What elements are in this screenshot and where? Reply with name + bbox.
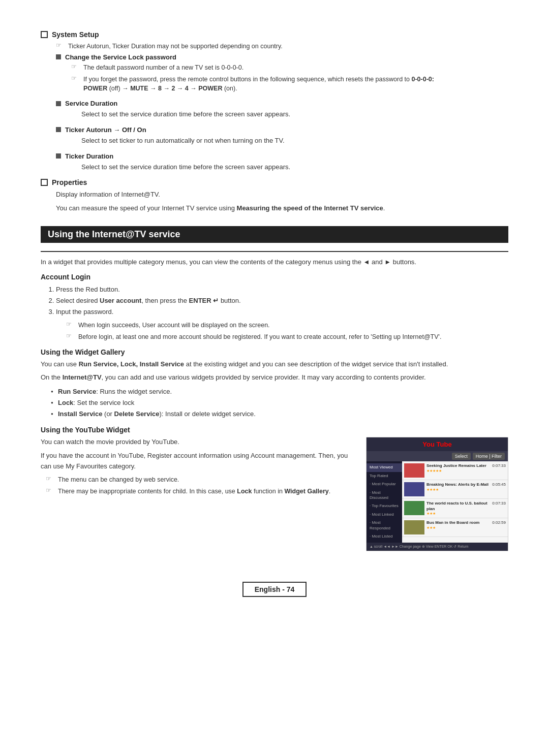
youtube-note2: ☞ There may be inappropriate contents fo… xyxy=(41,487,356,496)
service-duration-heading-row: Service Duration xyxy=(56,100,508,107)
yt-video-title-2: Breaking News: Alerts by E-Mail xyxy=(426,482,490,487)
yt-controls: Select Home | Filter xyxy=(367,451,508,461)
widget-gallery-heading: Using the Widget Gallery xyxy=(41,348,508,356)
widget-gallery-section: Using the Widget Gallery You can use Run… xyxy=(41,348,508,420)
page-footer-wrap: English - 74 xyxy=(41,582,508,597)
checkbox-icon-2 xyxy=(41,179,48,186)
account-login-note2: ☞ Before login, at least one and more ac… xyxy=(41,332,508,342)
yt-video-title-4: Bus Man in the Board room xyxy=(426,520,490,525)
yt-home-btn[interactable]: Home | Filter xyxy=(473,453,505,460)
account-login-section: Account Login Press the Red button. Sele… xyxy=(41,273,508,342)
yt-sidebar-most-linked[interactable]: · Most Linked xyxy=(367,511,402,519)
note-icon-4: ☞ xyxy=(66,321,75,330)
youtube-widget-section: Using the YouTube Widget You can watch t… xyxy=(41,426,508,551)
section-divider xyxy=(41,251,508,252)
yt-video-2: Breaking News: Alerts by E-Mail ★★★★ 0:0… xyxy=(402,480,508,499)
ticker-duration-text: Select to set the service duration time … xyxy=(56,162,508,173)
youtube-widget-ui: You Tube Select Home | Filter Most Viewe… xyxy=(366,437,508,551)
system-setup-note1: ☞ Ticker Autorun, Ticker Duration may no… xyxy=(41,42,508,51)
yt-sidebar-most-viewed[interactable]: Most Viewed xyxy=(367,463,402,471)
note-icon-5: ☞ xyxy=(66,332,75,341)
yt-sidebar: Most Viewed Top Rated · Most Popular · M… xyxy=(367,461,402,543)
widget-gallery-text1: You can use Run Service, Lock, Install S… xyxy=(41,359,508,370)
yt-footer-text: ▲ scroll ◄◄ ►► Change page ⊕ View ENTER … xyxy=(370,545,468,549)
ticker-autorun-heading-row: Ticker Autorun → Off / On xyxy=(56,126,508,134)
youtube-section-layout: You can watch the movie provided by YouT… xyxy=(41,437,508,551)
ticker-autorun-heading: Ticker Autorun → Off / On xyxy=(65,126,146,134)
youtube-text-content: You can watch the movie provided by YouT… xyxy=(41,437,356,498)
yt-sidebar-top-favourites[interactable]: · Top Favourites xyxy=(367,502,402,510)
youtube-logo: You Tube xyxy=(422,440,451,448)
yt-thumb-1 xyxy=(404,463,424,478)
note-icon-3: ☞ xyxy=(71,75,80,84)
yt-video-4: Bus Man in the Board room ★★★ 0:02:59 xyxy=(402,518,508,537)
yt-sidebar-most-popular[interactable]: · Most Popular xyxy=(367,480,402,488)
change-password-note1: ☞ The default password number of a new T… xyxy=(56,63,508,73)
page-number-box: English - 74 xyxy=(242,582,307,597)
yt-video-info-3: The world reacts to U.S. bailout plan ★★… xyxy=(426,501,490,516)
bullet-square-2 xyxy=(56,101,61,106)
ticker-duration-heading-row: Ticker Duration xyxy=(56,152,508,160)
bullet-install-service: Install Service (or Delete Service): Ins… xyxy=(51,408,508,420)
change-password-heading: Change the Service Lock password xyxy=(65,53,176,61)
internet-tv-section-title: Using the Internet@TV service xyxy=(41,226,508,243)
yt-content: Seeking Justice Remains Later ★★★★★ 0:07… xyxy=(402,461,508,543)
properties-text1: Display information of Internet@TV. xyxy=(41,190,508,200)
properties-text2: You can measure the speed of your Intern… xyxy=(41,203,508,214)
youtube-widget-heading: Using the YouTube Widget xyxy=(41,426,508,434)
yt-select-btn[interactable]: Select xyxy=(452,453,471,460)
service-duration-heading: Service Duration xyxy=(65,100,117,107)
bullet-square-1 xyxy=(56,54,61,59)
widget-gallery-text2: On the Internet@TV, you can add and use … xyxy=(41,372,508,383)
yt-video-meta-1: ★★★★★ xyxy=(426,469,490,473)
step-1: Press the Red button. xyxy=(56,284,508,295)
yt-thumb-3 xyxy=(404,501,424,515)
yt-sidebar-most-discussed[interactable]: · Most Discussed xyxy=(367,489,402,502)
yt-video-title-3: The world reacts to U.S. bailout plan xyxy=(426,501,490,512)
yt-video-meta-2: ★★★★ xyxy=(426,488,490,492)
service-duration-subsection: Service Duration Select to set the servi… xyxy=(41,100,508,120)
account-login-steps: Press the Red button. Select desired Use… xyxy=(41,284,508,318)
yt-duration-3: 0:07:33 xyxy=(492,501,506,506)
internet-tv-intro: In a widget that provides multiple categ… xyxy=(41,257,508,268)
yt-video-meta-4: ★★★ xyxy=(426,526,490,530)
youtube-text2: If you have the account in YouTube, Regi… xyxy=(41,451,356,472)
yt-sidebar-top-rated[interactable]: Top Rated xyxy=(367,472,402,480)
yt-duration-2: 0:05:45 xyxy=(492,482,506,487)
yt-video-meta-3: ★★★ xyxy=(426,512,490,516)
bullet-lock: Lock: Set the service lock xyxy=(51,397,508,408)
yt-sidebar-most-responded[interactable]: · Most Responded xyxy=(367,519,402,532)
yt-video-info-4: Bus Man in the Board room ★★★ xyxy=(426,520,490,529)
checkbox-icon xyxy=(41,31,48,38)
ticker-autorun-subsection: Ticker Autorun → Off / On Select to set … xyxy=(41,126,508,146)
change-password-subsection: Change the Service Lock password ☞ The d… xyxy=(41,53,508,93)
ticker-autorun-text: Select to set ticker to run automaticall… xyxy=(56,136,508,146)
system-setup-section: System Setup ☞ Ticker Autorun, Ticker Du… xyxy=(41,30,508,172)
youtube-note1: ☞ The menu can be changed by web service… xyxy=(41,475,356,485)
yt-video-title-1: Seeking Justice Remains Later xyxy=(426,463,490,468)
note-icon-1: ☞ xyxy=(56,42,65,51)
yt-video-info-2: Breaking News: Alerts by E-Mail ★★★★ xyxy=(426,482,490,491)
youtube-text1: You can watch the movie provided by YouT… xyxy=(41,437,356,448)
yt-duration-1: 0:07:33 xyxy=(492,463,506,468)
yt-thumb-2 xyxy=(404,482,424,496)
account-login-heading: Account Login xyxy=(41,273,508,281)
account-login-note1: ☞ When login succeeds, User account will… xyxy=(41,321,508,330)
yt-sidebar-most-listed[interactable]: · Most Listed xyxy=(367,532,402,541)
widget-gallery-bullets: Run Service: Runs the widget service. Lo… xyxy=(41,386,508,420)
yt-video-info-1: Seeking Justice Remains Later ★★★★★ xyxy=(426,463,490,472)
step-3: Input the password. xyxy=(56,306,508,318)
yt-video-1: Seeking Justice Remains Later ★★★★★ 0:07… xyxy=(402,461,508,480)
properties-section: Properties Display information of Intern… xyxy=(41,178,508,214)
yt-video-3: The world reacts to U.S. bailout plan ★★… xyxy=(402,499,508,518)
ticker-duration-subsection: Ticker Duration Select to set the servic… xyxy=(41,152,508,173)
yt-footer: ▲ scroll ◄◄ ►► Change page ⊕ View ENTER … xyxy=(367,543,508,551)
system-setup-heading: System Setup xyxy=(41,30,508,39)
ticker-duration-heading: Ticker Duration xyxy=(65,152,113,160)
yt-header: You Tube xyxy=(367,437,508,451)
bullet-run-service: Run Service: Runs the widget service. xyxy=(51,386,508,397)
note-icon-6: ☞ xyxy=(46,475,55,484)
change-password-heading-row: Change the Service Lock password xyxy=(56,53,508,61)
yt-columns: Most Viewed Top Rated · Most Popular · M… xyxy=(367,461,508,543)
yt-thumb-4 xyxy=(404,520,424,534)
